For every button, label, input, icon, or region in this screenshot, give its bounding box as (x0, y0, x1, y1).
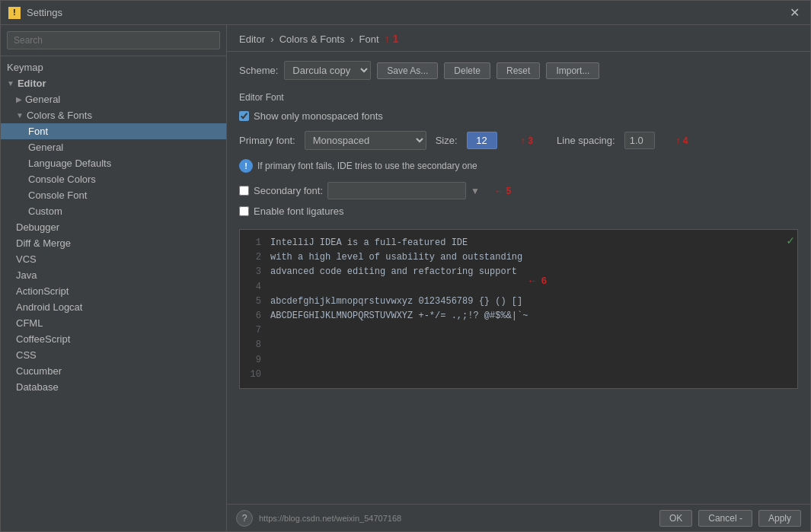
sidebar: Keymap ▼ Editor ▶ General ▼ Colors & Fon… (1, 25, 227, 531)
line-num-8: 8 (249, 338, 261, 352)
sidebar-item-console-colors[interactable]: Console Colors (1, 171, 226, 187)
sidebar-item-css[interactable]: CSS (1, 347, 226, 363)
line-spacing-input[interactable] (624, 132, 655, 149)
scheme-dropdown[interactable]: Darcula copy Darcula Default High Contra… (284, 61, 371, 80)
line-text-5: abcdefghijklmnopqrstuvwxyz 0123456789 {}… (270, 295, 522, 309)
actionscript-label: ActionScript (16, 285, 69, 297)
sidebar-item-language-defaults[interactable]: Language Defaults (1, 155, 226, 171)
console-colors-label: Console Colors (28, 174, 96, 185)
line-text-3: advanced code editing and refactoring su… (270, 265, 517, 279)
colors-fonts-arrow: ▼ (16, 111, 24, 119)
secondary-font-label: Secondary font: (254, 185, 323, 196)
vcs-label: VCS (16, 253, 37, 265)
info-row: ! If primary font fails, IDE tries to us… (239, 159, 798, 173)
sidebar-item-diff-merge[interactable]: Diff & Merge (1, 235, 226, 251)
secondary-dropdown-arrow[interactable]: ▼ (471, 186, 480, 196)
preview-line-6: 6 ABCDEFGHIJKLMNOPQRSTUVWXYZ +-*/= .,;!?… (249, 309, 788, 323)
cucumber-label: Cucumber (16, 365, 62, 377)
line-spacing-label: Line spacing: (557, 135, 615, 146)
main-content: Keymap ▼ Editor ▶ General ▼ Colors & Fon… (1, 25, 810, 531)
help-button[interactable]: ? (236, 510, 253, 527)
sidebar-item-vcs[interactable]: VCS (1, 251, 226, 267)
window-title: Settings (27, 7, 62, 18)
preview-line-3: 3 advanced code editing and refactoring … (249, 265, 788, 279)
sidebar-item-database[interactable]: Database (1, 379, 226, 395)
title-bar-left: ! Settings (8, 7, 62, 19)
line-num-3: 3 (249, 265, 261, 279)
sidebar-item-coffeescript[interactable]: CoffeeScript (1, 331, 226, 347)
sidebar-item-keymap[interactable]: Keymap (1, 59, 226, 75)
sidebar-item-font[interactable]: Font (1, 123, 226, 139)
sidebar-item-cucumber[interactable]: Cucumber (1, 363, 226, 379)
database-label: Database (16, 381, 59, 393)
sidebar-item-console-font[interactable]: Console Font (1, 187, 226, 203)
url-text: https://blog.csdn.net/weixin_54707168 (259, 514, 401, 523)
sidebar-item-general[interactable]: ▶ General (1, 91, 226, 107)
preview-line-2: 2 with a high level of usability and out… (249, 250, 788, 265)
css-label: CSS (16, 349, 37, 361)
android-logcat-label: Android Logcat (16, 301, 82, 313)
ligatures-label: Enable font ligatures (254, 205, 344, 217)
scheme-label: Scheme: (239, 65, 278, 76)
bottom-right: OK Cancel - Apply (659, 510, 801, 527)
general-label: General (25, 94, 60, 105)
line-num-7: 7 (249, 323, 261, 338)
line-num-5: 5 (249, 295, 261, 309)
debugger-label: Debugger (16, 221, 59, 233)
coffeescript-label: CoffeeScript (16, 333, 70, 345)
preview-area: ✓ 1 IntelliJ IDEA is a full-featured IDE… (239, 229, 798, 389)
delete-button[interactable]: Delete (444, 62, 490, 79)
preview-line-4: 4 (249, 280, 788, 295)
ligatures-checkbox[interactable] (239, 206, 249, 216)
sidebar-item-actionscript[interactable]: ActionScript (1, 283, 226, 299)
show-monospaced-checkbox[interactable] (239, 111, 249, 121)
sidebar-item-editor[interactable]: ▼ Editor (1, 75, 226, 91)
bottom-left: ? https://blog.csdn.net/weixin_54707168 (236, 510, 401, 527)
general-arrow: ▶ (16, 95, 22, 104)
sidebar-item-debugger[interactable]: Debugger (1, 219, 226, 235)
custom-label: Custom (28, 205, 62, 217)
cfml-label: CFML (16, 317, 43, 329)
sidebar-item-android-logcat[interactable]: Android Logcat (1, 299, 226, 315)
ligatures-row: Enable font ligatures (239, 205, 798, 217)
line-text-1: IntelliJ IDEA is a full-featured IDE (270, 236, 468, 250)
info-text: If primary font fails, IDE tries to use … (257, 161, 477, 171)
secondary-font-checkbox[interactable] (239, 186, 249, 196)
tree-area: Keymap ▼ Editor ▶ General ▼ Colors & Fon… (1, 56, 226, 531)
cancel-button[interactable]: Cancel - (698, 510, 752, 527)
java-label: Java (16, 269, 37, 281)
bottom-bar: ? https://blog.csdn.net/weixin_54707168 … (227, 504, 810, 531)
colors-fonts-label: Colors & Fonts (27, 110, 92, 121)
breadcrumb-text: Editor › Colors & Fonts › Font (239, 33, 379, 45)
primary-font-dropdown[interactable]: Monospaced (305, 131, 426, 150)
preview-line-7: 7 (249, 323, 788, 338)
search-input[interactable] (7, 31, 220, 49)
preview-line-8: 8 (249, 338, 788, 352)
search-box (1, 25, 226, 56)
general2-label: General (28, 142, 63, 153)
breadcrumb: Editor › Colors & Fonts › Font ↑ 1 (227, 25, 810, 52)
sidebar-item-java[interactable]: Java (1, 267, 226, 283)
sidebar-item-custom[interactable]: Custom (1, 203, 226, 219)
show-monospaced-label: Show only monospaced fonts (254, 110, 383, 122)
ok-button[interactable]: OK (659, 510, 692, 527)
scheme-row: Scheme: Darcula copy Darcula Default Hig… (239, 61, 798, 80)
line-num-10: 10 (249, 368, 261, 382)
settings-window: ! Settings ✕ Keymap ▼ Editor (0, 0, 811, 532)
apply-button[interactable]: Apply (758, 510, 801, 527)
size-input[interactable] (467, 132, 497, 149)
close-button[interactable]: ✕ (787, 5, 803, 20)
secondary-font-input[interactable] (327, 182, 466, 199)
sidebar-item-colors-fonts[interactable]: ▼ Colors & Fonts (1, 107, 226, 123)
font-label: Font (28, 126, 48, 137)
reset-button[interactable]: Reset (496, 62, 540, 79)
save-as-button[interactable]: Save As... (377, 62, 438, 79)
sidebar-item-general2[interactable]: General (1, 139, 226, 155)
secondary-font-row: Secondary font: ▼ ← 5 (239, 182, 798, 199)
primary-font-label: Primary font: (239, 135, 295, 146)
line-num-1: 1 (249, 236, 261, 250)
sidebar-item-cfml[interactable]: CFML (1, 315, 226, 331)
checkmark-icon: ✓ (787, 233, 794, 248)
import-button[interactable]: Import... (546, 62, 599, 79)
annotation-4: ↑ 4 (675, 135, 688, 146)
